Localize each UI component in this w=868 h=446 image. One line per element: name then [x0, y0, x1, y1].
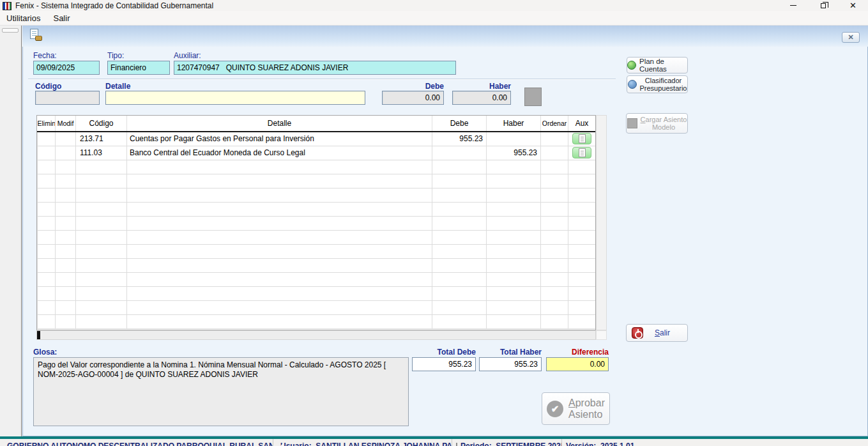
cell-elimin [38, 314, 56, 328]
grid-row[interactable]: 213.71Cuentas por Pagar Gastos en Person… [38, 132, 596, 146]
cell-debe [432, 146, 487, 160]
cell-debe [432, 286, 487, 300]
diferencia-label: Diferencia [546, 348, 609, 357]
cell-aux [568, 272, 596, 286]
plan-de-cuentas-button[interactable]: Plan de Cuentas [627, 57, 688, 73]
cell-detalle: Cuentas por Pagar Gastos en Personal par… [127, 132, 432, 146]
cell-aux [568, 160, 596, 174]
child-close-button[interactable]: ✕ [842, 32, 860, 43]
cell-ordenar [541, 174, 568, 188]
cell-debe [432, 300, 487, 314]
salir-button[interactable]: Salir [626, 324, 688, 342]
salir-label: Salir [655, 328, 670, 337]
glosa-textarea[interactable]: Pago del Valor correspondiente a la Nomi… [33, 357, 409, 426]
cell-detalle [127, 230, 432, 244]
cargar-asiento-modelo-button[interactable]: Cargar Asiento Modelo [626, 113, 688, 134]
cell-detalle [127, 258, 432, 272]
cell-modif [56, 160, 76, 174]
clasificador-presupuestario-button[interactable]: Clasificador Presupuestario [627, 75, 688, 93]
cell-debe [432, 188, 487, 202]
cell-debe [432, 174, 487, 188]
codigo-label: Código [35, 82, 61, 91]
app-icon [3, 2, 11, 10]
cell-ordenar [541, 244, 568, 258]
cell-aux [568, 202, 596, 216]
hscroll-thumb[interactable] [37, 331, 40, 339]
window-controls: ✕ [778, 0, 868, 11]
aux-detail-button[interactable] [572, 147, 591, 158]
grid-row[interactable]: 111.03Banco Central del Ecuador Moneda d… [38, 146, 596, 160]
cell-ordenar [541, 216, 568, 230]
col-aux: Aux [568, 116, 596, 132]
codigo-input[interactable] [35, 91, 100, 105]
plan-de-cuentas-label: Plan de Cuentas [639, 58, 687, 73]
cell-haber [487, 188, 541, 202]
grid-row-empty [38, 188, 596, 202]
menu-salir[interactable]: Salir [47, 12, 76, 24]
cell-codigo: 111.03 [76, 146, 127, 160]
cell-debe [432, 258, 487, 272]
cell-aux [568, 314, 596, 328]
scrollbar-corner [596, 330, 607, 340]
cell-haber [487, 160, 541, 174]
minimize-icon [790, 5, 796, 6]
cell-detalle: Banco Central del Ecuador Moneda de Curs… [127, 146, 432, 160]
cell-ordenar [541, 146, 568, 160]
grid-vertical-scrollbar[interactable] [596, 115, 607, 330]
cell-ordenar [541, 300, 568, 314]
cell-haber [487, 230, 541, 244]
auxiliar-input[interactable]: 1207470947 QUINTO SUAREZ ADONIS JAVIER [174, 61, 456, 75]
cell-debe [432, 216, 487, 230]
grid-row-empty [38, 230, 596, 244]
cell-codigo [76, 244, 127, 258]
tipo-input[interactable]: Financiero [107, 61, 170, 75]
gray-square-icon [627, 118, 637, 128]
cell-codigo [76, 286, 127, 300]
panel-grip-button[interactable] [2, 28, 19, 33]
cell-detalle [127, 216, 432, 230]
cell-codigo [76, 314, 127, 328]
restore-button[interactable] [808, 0, 838, 11]
grid-horizontal-scrollbar[interactable] [36, 330, 596, 340]
auxiliar-label: Auxiliar: [174, 51, 201, 60]
grid-row-empty [38, 174, 596, 188]
haber-label: Haber [452, 82, 511, 91]
cell-debe [432, 272, 487, 286]
cell-elimin [38, 160, 56, 174]
cell-elimin [38, 216, 56, 230]
cell-detalle [127, 202, 432, 216]
detalle-label: Detalle [105, 82, 130, 91]
aux-detail-button[interactable] [572, 133, 591, 144]
cell-ordenar [541, 132, 568, 146]
calendar-icon [456, 443, 457, 446]
cell-debe [432, 230, 487, 244]
aprobar-asiento-button[interactable]: ✔ Aprobar Asiento [542, 392, 610, 425]
cell-aux [568, 244, 596, 258]
debe-label: Debe [382, 82, 444, 91]
cell-modif [56, 146, 76, 160]
close-button[interactable]: ✕ [838, 0, 868, 11]
separator [28, 79, 616, 80]
fecha-input[interactable]: 09/09/2025 [33, 61, 100, 75]
minimize-button[interactable] [778, 0, 808, 11]
check-icon: ✔ [547, 401, 563, 417]
status-entity: GOBIERNO AUTONOMO DESCENTRALIZADO PARROQ… [0, 439, 273, 446]
cell-detalle [127, 272, 432, 286]
cell-modif [56, 314, 76, 328]
cell-debe [432, 202, 487, 216]
cell-elimin [38, 132, 56, 146]
cell-modif [56, 202, 76, 216]
menu-utilitarios[interactable]: Utilitarios [0, 12, 47, 24]
green-sphere-icon [627, 61, 636, 70]
restore-icon [821, 3, 826, 8]
grid-row-empty [38, 202, 596, 216]
cargar-asiento-label: Cargar Asiento Modelo [641, 116, 687, 131]
debe-input[interactable]: 0.00 [382, 91, 444, 105]
entries-grid: Elimin Modif Código Detalle Debe Haber O… [36, 115, 596, 330]
cell-elimin [38, 146, 56, 160]
haber-input[interactable]: 0.00 [452, 91, 511, 105]
cell-detalle [127, 160, 432, 174]
glosa-label: Glosa: [33, 348, 57, 357]
detalle-input[interactable] [105, 91, 365, 105]
add-entry-button[interactable] [524, 88, 542, 106]
